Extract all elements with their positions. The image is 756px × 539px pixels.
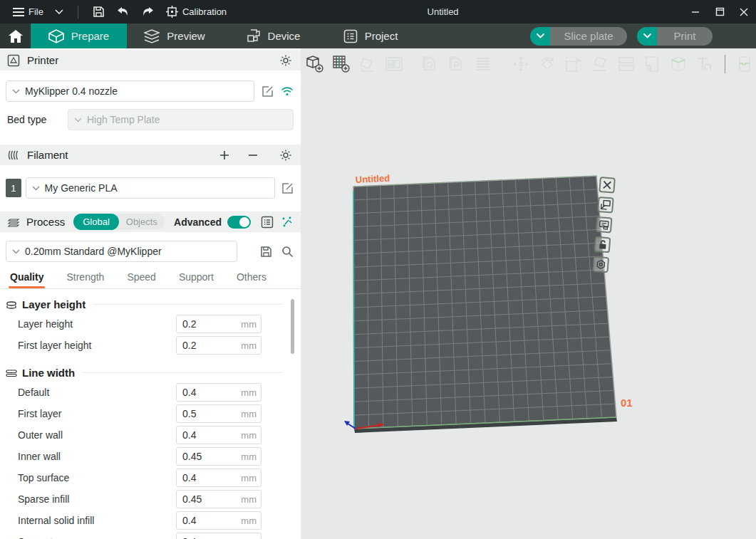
- 3d-viewport[interactable]: Untitled 01: [301, 48, 756, 539]
- unit-label: mm: [241, 537, 261, 539]
- place-on-face-button[interactable]: [589, 53, 611, 75]
- add-filament-button[interactable]: [217, 147, 232, 163]
- save-button[interactable]: [88, 0, 109, 23]
- sparse-infill-line-width-value[interactable]: [177, 493, 232, 505]
- inner-wall-line-width-input[interactable]: mm: [176, 447, 262, 466]
- text-tool-icon: [695, 54, 715, 74]
- mesh-boolean-button[interactable]: [668, 53, 689, 75]
- default-line-width-value[interactable]: [177, 387, 232, 398]
- arrange-plate-icon: [600, 199, 611, 210]
- printer-settings-button[interactable]: [278, 53, 294, 68]
- printer-connection-button[interactable]: [280, 83, 295, 99]
- top-surface-line-width-input[interactable]: mm: [176, 469, 262, 487]
- scope-global-label: Global: [83, 216, 110, 227]
- printer-edit-button[interactable]: [259, 83, 274, 99]
- settings-sidebar: Printer MyKlipper 0.4 nozzle Bed type Hi…: [0, 48, 301, 539]
- scope-objects-button[interactable]: Objects: [119, 214, 165, 230]
- build-plate[interactable]: Untitled 01: [301, 48, 756, 539]
- tab-support[interactable]: Support: [179, 271, 214, 288]
- add-object-icon: [305, 54, 325, 74]
- support-line-width-input[interactable]: mm: [176, 533, 262, 539]
- outer-wall-line-width-input[interactable]: mm: [176, 426, 262, 444]
- file-dropdown-button[interactable]: [51, 0, 68, 23]
- slice-options-button[interactable]: [530, 27, 550, 46]
- tab-strength[interactable]: Strength: [66, 271, 104, 288]
- inner-wall-line-width-value[interactable]: [177, 451, 232, 462]
- layer-height-input[interactable]: mm: [176, 315, 262, 333]
- search-param-button[interactable]: [279, 244, 295, 259]
- tab-preview[interactable]: Preview: [127, 23, 222, 48]
- cut-button[interactable]: [616, 53, 637, 75]
- advanced-toggle[interactable]: [227, 216, 251, 229]
- param-row: Sparse infill mm: [0, 488, 301, 510]
- first-layer-height-input[interactable]: mm: [176, 336, 262, 355]
- unit-label: mm: [241, 340, 261, 351]
- place-on-face-icon: [590, 54, 610, 74]
- support-paint-button[interactable]: [642, 53, 663, 75]
- params-scrollbar[interactable]: [291, 299, 294, 354]
- filament-edit-button[interactable]: [279, 180, 295, 196]
- default-line-width-input[interactable]: mm: [176, 383, 262, 402]
- redo-button[interactable]: [137, 0, 159, 23]
- add-object-button[interactable]: [304, 53, 326, 75]
- calibration-button[interactable]: Calibration: [162, 0, 231, 23]
- tab-project[interactable]: Project: [324, 23, 417, 48]
- layer-height-value[interactable]: [177, 318, 232, 330]
- maximize-button[interactable]: [708, 0, 732, 23]
- filament-settings-button[interactable]: [278, 147, 294, 163]
- delete-plate-button[interactable]: [599, 177, 616, 194]
- bed-type-value: High Temp Plate: [87, 114, 160, 125]
- tab-device[interactable]: Device: [222, 23, 324, 48]
- tab-speed[interactable]: Speed: [127, 271, 155, 288]
- tab-quality[interactable]: Quality: [10, 271, 43, 288]
- process-tabs: Quality Strength Speed Support Others: [0, 268, 301, 289]
- first-layer-height-value[interactable]: [177, 340, 232, 351]
- add-plate-button[interactable]: [331, 53, 352, 75]
- split-objects-button[interactable]: [420, 53, 441, 75]
- assembly-button[interactable]: [735, 53, 756, 75]
- tab-prepare[interactable]: Prepare: [31, 23, 127, 48]
- arrange-button[interactable]: [383, 53, 405, 75]
- param-list-button[interactable]: [259, 214, 275, 230]
- process-preset-select[interactable]: 0.20mm Standard @MyKlipper: [6, 241, 237, 262]
- print-button[interactable]: Print: [657, 27, 713, 46]
- text-tool-button[interactable]: [694, 53, 715, 75]
- preview-layers-icon: [144, 29, 160, 43]
- printer-preset-select[interactable]: MyKlipper 0.4 nozzle: [6, 80, 254, 102]
- save-preset-button[interactable]: [259, 244, 274, 259]
- print-options-button[interactable]: [637, 27, 657, 46]
- remove-filament-button[interactable]: [245, 147, 261, 163]
- bed-type-select[interactable]: High Temp Plate: [68, 109, 294, 130]
- slice-plate-button[interactable]: Slice plate: [550, 27, 627, 46]
- plate-gear-button[interactable]: [592, 256, 609, 273]
- variable-layer-height-button[interactable]: [472, 53, 494, 75]
- outer-wall-line-width-value[interactable]: [177, 429, 232, 441]
- tab-others[interactable]: Others: [237, 271, 266, 288]
- filament-preset-select[interactable]: My Generic PLA: [26, 177, 276, 199]
- prepare-box-icon: [48, 29, 64, 43]
- plate-settings-button[interactable]: [596, 216, 613, 234]
- internal-solid-infill-line-width-value[interactable]: [177, 515, 232, 526]
- minimize-button[interactable]: [683, 0, 708, 23]
- support-line-width-value[interactable]: [177, 536, 232, 539]
- scale-button[interactable]: [563, 53, 584, 75]
- internal-solid-infill-line-width-input[interactable]: mm: [176, 511, 262, 530]
- first-layer-line-width-value[interactable]: [177, 408, 232, 419]
- home-button[interactable]: [0, 23, 31, 48]
- undo-button[interactable]: [112, 0, 134, 23]
- file-menu-button[interactable]: File: [9, 0, 48, 23]
- scope-global-button[interactable]: Global: [73, 214, 119, 230]
- arrange-plate-button[interactable]: [597, 197, 614, 214]
- sparse-infill-line-width-input[interactable]: mm: [176, 490, 262, 508]
- move-button[interactable]: [510, 53, 532, 75]
- filament-preset-value: My Generic PLA: [45, 182, 118, 194]
- rotate-button[interactable]: [537, 53, 558, 75]
- auto-orient-button[interactable]: [357, 53, 378, 75]
- top-surface-line-width-value[interactable]: [177, 472, 232, 483]
- close-button[interactable]: [732, 0, 756, 23]
- first-layer-line-width-input[interactable]: mm: [176, 404, 262, 423]
- param-wizard-button[interactable]: [281, 214, 294, 230]
- edit-icon: [262, 85, 274, 98]
- split-parts-button[interactable]: [446, 53, 467, 75]
- lock-plate-button[interactable]: [594, 236, 611, 253]
